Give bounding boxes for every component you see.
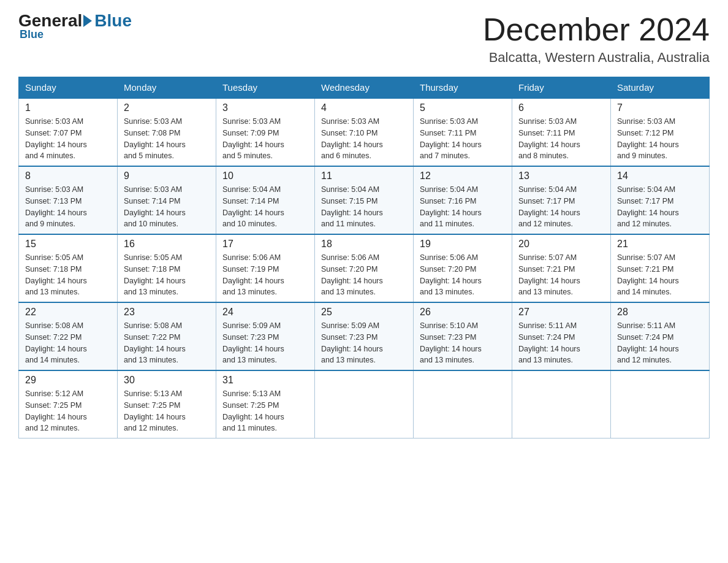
- day-info: Sunrise: 5:12 AMSunset: 7:25 PMDaylight:…: [25, 388, 111, 434]
- calendar-cell: 9Sunrise: 5:03 AMSunset: 7:14 PMDaylight…: [118, 166, 216, 234]
- day-number: 13: [518, 170, 604, 182]
- calendar-cell: 18Sunrise: 5:06 AMSunset: 7:20 PMDayligh…: [315, 234, 414, 302]
- day-number: 4: [321, 102, 407, 113]
- header-sunday: Sunday: [19, 77, 118, 99]
- calendar-cell: 21Sunrise: 5:07 AMSunset: 7:21 PMDayligh…: [611, 234, 710, 302]
- day-info: Sunrise: 5:06 AMSunset: 7:19 PMDaylight:…: [222, 252, 308, 298]
- day-info: Sunrise: 5:03 AMSunset: 7:11 PMDaylight:…: [420, 116, 506, 162]
- calendar-week-row: 15Sunrise: 5:05 AMSunset: 7:18 PMDayligh…: [19, 234, 710, 302]
- calendar-week-row: 22Sunrise: 5:08 AMSunset: 7:22 PMDayligh…: [19, 302, 710, 370]
- header: General Blue Blue December 2024 Balcatta…: [18, 12, 710, 66]
- calendar-cell: 29Sunrise: 5:12 AMSunset: 7:25 PMDayligh…: [19, 370, 118, 439]
- title-area: December 2024 Balcatta, Western Australi…: [483, 12, 710, 66]
- day-info: Sunrise: 5:03 AMSunset: 7:11 PMDaylight:…: [518, 116, 604, 162]
- calendar-cell: 2Sunrise: 5:03 AMSunset: 7:08 PMDaylight…: [118, 98, 216, 166]
- day-number: 7: [617, 102, 703, 113]
- day-info: Sunrise: 5:07 AMSunset: 7:21 PMDaylight:…: [617, 252, 703, 298]
- day-number: 27: [518, 307, 604, 318]
- day-info: Sunrise: 5:04 AMSunset: 7:17 PMDaylight:…: [617, 184, 703, 230]
- day-number: 30: [124, 375, 210, 386]
- calendar-cell: 30Sunrise: 5:13 AMSunset: 7:25 PMDayligh…: [118, 370, 216, 439]
- header-monday: Monday: [118, 77, 216, 99]
- calendar-header-row: SundayMondayTuesdayWednesdayThursdayFrid…: [19, 77, 710, 99]
- day-info: Sunrise: 5:13 AMSunset: 7:25 PMDaylight:…: [222, 388, 308, 434]
- calendar-cell: 10Sunrise: 5:04 AMSunset: 7:14 PMDayligh…: [216, 166, 315, 234]
- day-number: 20: [518, 239, 604, 250]
- day-info: Sunrise: 5:09 AMSunset: 7:23 PMDaylight:…: [321, 320, 407, 366]
- calendar-cell: 26Sunrise: 5:10 AMSunset: 7:23 PMDayligh…: [414, 302, 512, 370]
- day-info: Sunrise: 5:08 AMSunset: 7:22 PMDaylight:…: [25, 320, 111, 366]
- calendar-cell: [611, 370, 710, 439]
- day-info: Sunrise: 5:05 AMSunset: 7:18 PMDaylight:…: [25, 252, 111, 298]
- calendar-table: SundayMondayTuesdayWednesdayThursdayFrid…: [18, 77, 710, 439]
- header-tuesday: Tuesday: [216, 77, 315, 99]
- calendar-cell: 4Sunrise: 5:03 AMSunset: 7:10 PMDaylight…: [315, 98, 414, 166]
- calendar-cell: 5Sunrise: 5:03 AMSunset: 7:11 PMDaylight…: [414, 98, 512, 166]
- day-number: 23: [124, 307, 210, 318]
- day-info: Sunrise: 5:06 AMSunset: 7:20 PMDaylight:…: [420, 252, 506, 298]
- day-number: 15: [25, 239, 111, 250]
- day-number: 26: [420, 307, 506, 318]
- calendar-cell: 19Sunrise: 5:06 AMSunset: 7:20 PMDayligh…: [414, 234, 512, 302]
- day-info: Sunrise: 5:03 AMSunset: 7:10 PMDaylight:…: [321, 116, 407, 162]
- logo: General Blue Blue: [18, 12, 132, 41]
- calendar-cell: 6Sunrise: 5:03 AMSunset: 7:11 PMDaylight…: [512, 98, 611, 166]
- calendar-cell: 1Sunrise: 5:03 AMSunset: 7:07 PMDaylight…: [19, 98, 118, 166]
- logo-general-text: General: [18, 12, 82, 29]
- day-number: 17: [222, 239, 308, 250]
- calendar-cell: 27Sunrise: 5:11 AMSunset: 7:24 PMDayligh…: [512, 302, 611, 370]
- day-info: Sunrise: 5:07 AMSunset: 7:21 PMDaylight:…: [518, 252, 604, 298]
- day-number: 2: [124, 102, 210, 113]
- calendar-cell: 24Sunrise: 5:09 AMSunset: 7:23 PMDayligh…: [216, 302, 315, 370]
- calendar-cell: [512, 370, 611, 439]
- day-info: Sunrise: 5:03 AMSunset: 7:08 PMDaylight:…: [124, 116, 210, 162]
- day-info: Sunrise: 5:04 AMSunset: 7:16 PMDaylight:…: [420, 184, 506, 230]
- calendar-cell: 28Sunrise: 5:11 AMSunset: 7:24 PMDayligh…: [611, 302, 710, 370]
- day-number: 21: [617, 239, 703, 250]
- day-info: Sunrise: 5:04 AMSunset: 7:15 PMDaylight:…: [321, 184, 407, 230]
- day-number: 25: [321, 307, 407, 318]
- day-number: 9: [124, 170, 210, 182]
- calendar-cell: 25Sunrise: 5:09 AMSunset: 7:23 PMDayligh…: [315, 302, 414, 370]
- day-info: Sunrise: 5:13 AMSunset: 7:25 PMDaylight:…: [124, 388, 210, 434]
- day-number: 6: [518, 102, 604, 113]
- calendar-cell: 8Sunrise: 5:03 AMSunset: 7:13 PMDaylight…: [19, 166, 118, 234]
- calendar-cell: 15Sunrise: 5:05 AMSunset: 7:18 PMDayligh…: [19, 234, 118, 302]
- calendar-cell: 3Sunrise: 5:03 AMSunset: 7:09 PMDaylight…: [216, 98, 315, 166]
- calendar-cell: [414, 370, 512, 439]
- day-number: 24: [222, 307, 308, 318]
- day-info: Sunrise: 5:09 AMSunset: 7:23 PMDaylight:…: [222, 320, 308, 366]
- day-number: 14: [617, 170, 703, 182]
- day-number: 16: [124, 239, 210, 250]
- calendar-cell: 11Sunrise: 5:04 AMSunset: 7:15 PMDayligh…: [315, 166, 414, 234]
- header-wednesday: Wednesday: [315, 77, 414, 99]
- day-info: Sunrise: 5:03 AMSunset: 7:09 PMDaylight:…: [222, 116, 308, 162]
- calendar-cell: 22Sunrise: 5:08 AMSunset: 7:22 PMDayligh…: [19, 302, 118, 370]
- day-number: 12: [420, 170, 506, 182]
- logo-underline: Blue: [20, 28, 44, 41]
- calendar-cell: [315, 370, 414, 439]
- day-info: Sunrise: 5:11 AMSunset: 7:24 PMDaylight:…: [617, 320, 703, 366]
- day-info: Sunrise: 5:05 AMSunset: 7:18 PMDaylight:…: [124, 252, 210, 298]
- calendar-cell: 31Sunrise: 5:13 AMSunset: 7:25 PMDayligh…: [216, 370, 315, 439]
- calendar-cell: 16Sunrise: 5:05 AMSunset: 7:18 PMDayligh…: [118, 234, 216, 302]
- calendar-cell: 12Sunrise: 5:04 AMSunset: 7:16 PMDayligh…: [414, 166, 512, 234]
- day-info: Sunrise: 5:03 AMSunset: 7:12 PMDaylight:…: [617, 116, 703, 162]
- day-info: Sunrise: 5:06 AMSunset: 7:20 PMDaylight:…: [321, 252, 407, 298]
- day-info: Sunrise: 5:03 AMSunset: 7:07 PMDaylight:…: [25, 116, 111, 162]
- logo-blue-text: Blue: [94, 12, 132, 29]
- day-number: 19: [420, 239, 506, 250]
- page-title: December 2024: [483, 12, 710, 47]
- day-number: 3: [222, 102, 308, 113]
- calendar-cell: 13Sunrise: 5:04 AMSunset: 7:17 PMDayligh…: [512, 166, 611, 234]
- day-info: Sunrise: 5:04 AMSunset: 7:14 PMDaylight:…: [222, 184, 308, 230]
- day-info: Sunrise: 5:11 AMSunset: 7:24 PMDaylight:…: [518, 320, 604, 366]
- logo-arrow-icon: [83, 15, 92, 27]
- calendar-cell: 23Sunrise: 5:08 AMSunset: 7:22 PMDayligh…: [118, 302, 216, 370]
- header-thursday: Thursday: [414, 77, 512, 99]
- calendar-cell: 17Sunrise: 5:06 AMSunset: 7:19 PMDayligh…: [216, 234, 315, 302]
- day-number: 11: [321, 170, 407, 182]
- day-info: Sunrise: 5:10 AMSunset: 7:23 PMDaylight:…: [420, 320, 506, 366]
- header-saturday: Saturday: [611, 77, 710, 99]
- day-info: Sunrise: 5:03 AMSunset: 7:14 PMDaylight:…: [124, 184, 210, 230]
